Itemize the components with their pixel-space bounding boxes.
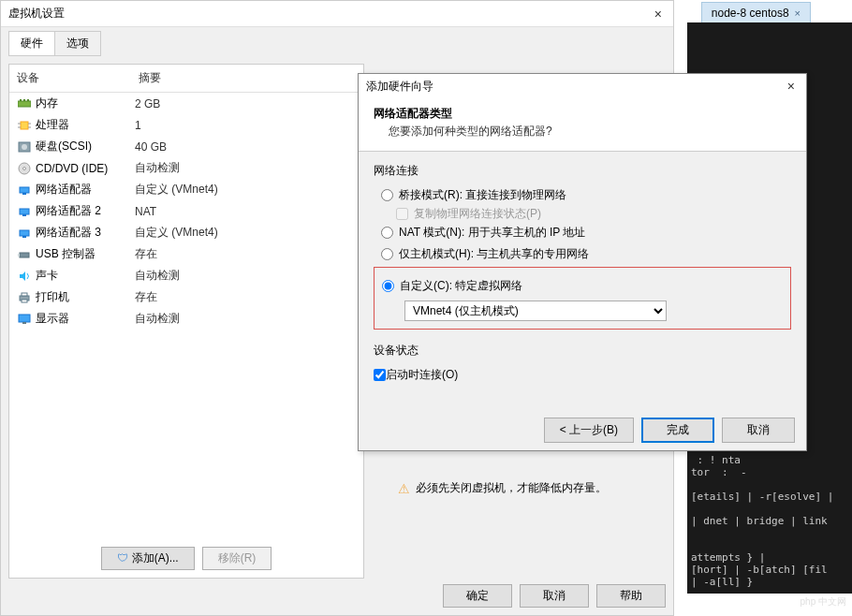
radio-custom[interactable]: 自定义(C): 特定虚拟网络 [382,275,783,297]
checkbox-connect-poweron-input[interactable] [374,369,386,381]
svg-point-12 [23,167,26,169]
svg-rect-15 [20,209,29,214]
warning-text: 必须先关闭虚拟机，才能降低内存量。 [416,480,607,496]
device-summary: 1 [135,119,356,132]
net-icon [17,227,32,240]
checkbox-replicate-input [396,208,408,220]
device-name: 内存 [36,95,58,111]
add-hardware-button[interactable]: 🛡添加(A)... [101,547,195,570]
device-name: 网络适配器 [36,182,92,198]
close-icon[interactable]: × [795,7,801,19]
hardware-row[interactable]: USB 控制器存在 [9,243,363,265]
titlebar: 虚拟机设置 × [1,1,673,27]
svg-marker-21 [20,271,25,281]
column-summary: 摘要 [139,70,356,86]
checkbox-replicate: 复制物理网络连接状态(P) [374,206,791,222]
wizard-header-subtitle: 您要添加何种类型的网络适配器? [374,124,791,139]
hardware-list-header: 设备 摘要 [9,65,363,93]
svg-rect-24 [22,300,27,302]
tab-label: node-8 centos8 [712,7,789,20]
radio-nat[interactable]: NAT 模式(N): 用于共享主机的 IP 地址 [374,222,791,243]
svg-rect-1 [20,99,22,101]
radio-hostonly[interactable]: 仅主机模式(H): 与主机共享的专用网络 [374,243,791,265]
cd-icon [17,162,32,175]
back-button[interactable]: < 上一步(B) [544,418,634,443]
hardware-row[interactable]: CD/DVD (IDE)自动检测 [9,157,363,179]
svg-rect-25 [19,315,30,322]
hardware-row[interactable]: 网络适配器 3自定义 (VMnet4) [9,222,363,243]
svg-rect-4 [21,122,28,129]
window-title: 虚拟机设置 [8,6,65,22]
finish-button[interactable]: 完成 [641,418,714,443]
checkbox-replicate-label: 复制物理网络连接状态(P) [414,206,541,222]
memory-icon [17,97,32,110]
wizard-header-title: 网络适配器类型 [374,106,791,122]
custom-network-box: 自定义(C): 特定虚拟网络 VMnet4 (仅主机模式) [374,267,791,330]
hardware-row[interactable]: 网络适配器自定义 (VMnet4) [9,179,363,200]
net-icon [17,183,32,197]
radio-bridged-input[interactable] [381,189,393,201]
device-summary: 2 GB [135,97,356,110]
add-label: 添加(A)... [132,551,179,565]
device-name: 打印机 [36,289,69,305]
cancel-button[interactable]: 取消 [520,584,589,608]
custom-network-select[interactable]: VMnet4 (仅主机模式) [404,301,667,321]
device-summary: 自动检测 [135,160,356,176]
cancel-button[interactable]: 取消 [722,418,795,443]
svg-rect-23 [22,293,27,296]
svg-rect-14 [22,193,26,195]
ok-button[interactable]: 确定 [443,584,512,608]
svg-rect-13 [20,187,29,193]
net-icon [17,205,32,218]
hardware-row[interactable]: 显示器自动检测 [9,308,363,330]
hardware-row[interactable]: 处理器1 [9,114,363,136]
help-button[interactable]: 帮助 [596,584,666,608]
hardware-row[interactable]: 打印机存在 [9,286,363,308]
disk-icon [17,140,32,154]
close-icon[interactable]: × [784,79,799,94]
hardware-row[interactable]: 网络适配器 2NAT [9,200,363,222]
device-name: 声卡 [36,268,58,284]
device-name: 网络适配器 3 [36,225,101,241]
hardware-row[interactable]: 内存2 GB [9,93,363,114]
remove-hardware-button: 移除(R) [202,547,272,570]
radio-nat-input[interactable] [381,227,393,239]
device-summary: 存在 [135,246,356,262]
svg-rect-16 [22,214,26,216]
background-tab[interactable]: node-8 centos8 × [701,2,811,24]
svg-rect-26 [22,322,26,324]
cpu-icon [17,119,32,132]
wizard-title: 添加硬件向导 [366,79,433,95]
watermark: php 中文网 [801,595,846,609]
svg-rect-18 [22,236,26,238]
device-name: 显示器 [36,311,69,327]
radio-custom-label: 自定义(C): 特定虚拟网络 [400,278,522,294]
svg-point-10 [22,144,27,150]
checkbox-connect-poweron[interactable]: 启动时连接(O) [374,364,791,386]
device-summary: 自动检测 [135,311,356,327]
device-state-group-label: 设备状态 [374,343,791,359]
tab-strip: 硬件 选项 [1,31,673,56]
checkbox-connect-poweron-label: 启动时连接(O) [386,367,458,383]
device-summary: 存在 [135,289,356,305]
svg-rect-2 [23,99,25,101]
device-name: 处理器 [36,117,69,133]
radio-custom-input[interactable] [382,280,394,292]
hardware-row[interactable]: 硬盘(SCSI)40 GB [9,136,363,157]
tab-options[interactable]: 选项 [54,31,101,56]
device-name: USB 控制器 [36,246,95,262]
hardware-row[interactable]: 声卡自动检测 [9,265,363,286]
network-connection-group-label: 网络连接 [374,163,791,179]
radio-bridged[interactable]: 桥接模式(R): 直接连接到物理网络 [374,184,791,206]
wizard-titlebar: 添加硬件向导 × [359,74,806,98]
wizard-header: 网络适配器类型 您要添加何种类型的网络适配器? [359,98,806,152]
radio-hostonly-input[interactable] [381,248,393,260]
tab-hardware[interactable]: 硬件 [8,31,55,56]
device-name: 硬盘(SCSI) [36,139,92,154]
warning-icon: ⚠ [398,481,410,496]
column-device: 设备 [17,70,139,86]
hardware-list-panel: 设备 摘要 内存2 GB处理器1硬盘(SCSI)40 GBCD/DVD (IDE… [8,64,364,579]
printer-icon [17,291,32,304]
close-icon[interactable]: × [651,7,666,22]
svg-rect-17 [20,230,29,236]
